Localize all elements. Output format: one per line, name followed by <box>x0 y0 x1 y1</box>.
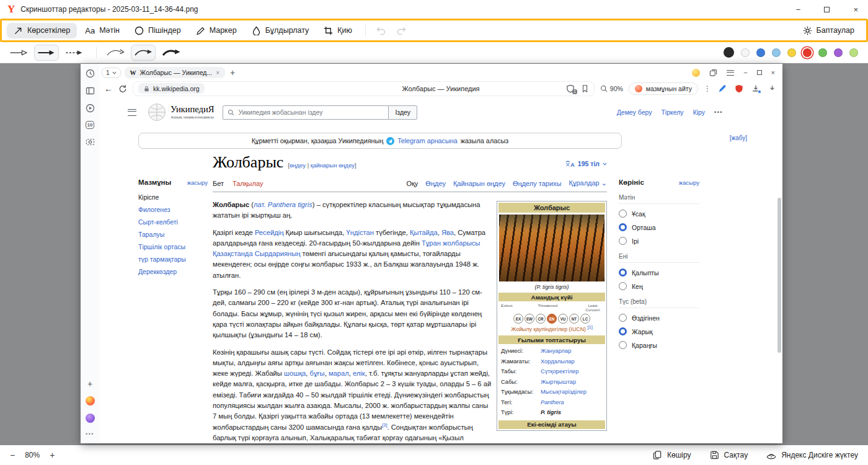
arrow-style-curve-bold[interactable] <box>159 45 184 61</box>
address-more-icon[interactable]: ⋮ <box>704 84 711 93</box>
color-swatch[interactable] <box>741 48 750 57</box>
arrow-style-curve-solid[interactable] <box>131 45 156 61</box>
toc-item[interactable]: түр тармақтары <box>138 255 208 263</box>
tab-read[interactable]: Оқу <box>406 180 418 187</box>
login-link[interactable]: Кіру <box>693 108 705 116</box>
arrow-style-straight-solid[interactable] <box>34 45 59 61</box>
radio-option[interactable]: Өздігінен <box>619 314 699 322</box>
toc-hide-link[interactable]: жасыру <box>187 179 208 186</box>
radio-option[interactable]: Қараңғы <box>619 341 699 349</box>
radio-option[interactable]: Ірі <box>619 237 699 245</box>
zoom-out-button[interactable]: − <box>10 450 15 460</box>
settings-button[interactable]: Баптаулар <box>796 23 862 38</box>
upload-to-disk-button[interactable]: Яндекс Дискіге жүктеу <box>766 451 858 460</box>
color-swatch[interactable] <box>787 48 796 57</box>
tool-marker[interactable]: Маркер <box>189 23 244 38</box>
toc-item[interactable]: Филогенез <box>138 206 208 213</box>
wiki-search-button[interactable]: Іздеу <box>388 105 417 120</box>
page-scrollbar[interactable] <box>777 198 781 353</box>
radio-option[interactable]: Қалыпты <box>619 268 699 277</box>
color-swatch[interactable] <box>724 47 734 58</box>
protect-shield-button[interactable]: 1 <box>566 84 575 93</box>
browser-menu-icon[interactable] <box>727 70 734 76</box>
appearance-hide-link[interactable]: жасыру <box>679 179 699 186</box>
telegram-channel-link[interactable]: Telegram арнасына <box>397 137 458 144</box>
alice-assistant-icon[interactable] <box>86 414 95 423</box>
radio-option[interactable]: Ұсақ <box>619 210 699 218</box>
bookmark-flag-icon[interactable] <box>581 84 589 93</box>
color-swatch[interactable] <box>849 48 858 57</box>
close-button[interactable]: × <box>853 5 858 14</box>
more-options-icon[interactable]: ••• <box>714 109 723 115</box>
tiger-photo[interactable] <box>499 215 604 281</box>
arrow-style-dashed[interactable] <box>62 45 87 61</box>
banner-close-link[interactable]: [жабу] <box>730 135 747 141</box>
rail-more-icon[interactable]: ••• <box>86 431 94 437</box>
radio-option[interactable]: Кең <box>619 282 699 290</box>
wiki-search-input[interactable]: Уикипедия жобасынан іздеу <box>223 105 389 120</box>
maximize-button[interactable] <box>824 5 830 14</box>
language-selector[interactable]: A 195 тіл <box>565 160 607 167</box>
toc-item[interactable]: Дереккөздер <box>138 268 208 275</box>
tab-stack-button[interactable]: 1 <box>102 68 121 78</box>
wikipedia-logo[interactable]: УикипедиЯ Ашық энциклопедиясы <box>148 103 214 122</box>
reference-link[interactable]: [1] <box>587 324 592 330</box>
history-icon[interactable] <box>86 69 95 78</box>
play-icon[interactable] <box>86 104 95 113</box>
tab-close-icon[interactable]: × <box>216 69 219 76</box>
tool-crop[interactable]: Қию <box>317 23 359 38</box>
donate-link[interactable]: Демеу беру <box>617 108 652 116</box>
reload-icon[interactable] <box>118 84 127 93</box>
add-panel-icon[interactable]: + <box>87 379 92 388</box>
tool-pointers[interactable]: Көрсеткілер <box>7 23 77 38</box>
tab-page[interactable]: Бет <box>213 180 224 187</box>
title-edit-links[interactable]: [өңдеу | қайнарын өңдеу] <box>288 162 356 169</box>
domain-pill[interactable]: kk.wikipedia.org <box>138 83 205 94</box>
status-link[interactable]: Жойылу қаупіндегілер (IUCN) <box>511 326 586 332</box>
tool-blur[interactable]: Бұлдырлату <box>245 23 316 38</box>
editor-canvas[interactable]: 10 + ••• 1 W Жолбарыс — Уикипед. <box>0 63 868 445</box>
read-aloud-button[interactable]: мазмұнын айту <box>629 82 698 95</box>
undo-button[interactable] <box>372 24 391 37</box>
side-panel-icon[interactable] <box>86 86 95 95</box>
toc-item[interactable]: Тіршілік ортасы <box>138 243 208 250</box>
save-button[interactable]: Сақтау <box>710 450 748 460</box>
arrow-style-straight-outline[interactable] <box>6 45 31 61</box>
tab-talk[interactable]: Талқылау <box>232 180 263 187</box>
tab-counter-badge[interactable]: 10 <box>86 121 95 129</box>
tab-edit[interactable]: Өңдеу <box>425 180 446 187</box>
tab-history[interactable]: Өңделу тарихы <box>513 180 561 187</box>
browser-minimize-button[interactable]: − <box>743 69 747 76</box>
zoom-indicator[interactable]: 90% <box>600 85 623 92</box>
radio-option[interactable]: Орташа <box>619 223 699 231</box>
panels-icon[interactable] <box>709 69 717 77</box>
screenshot-tool-icon[interactable] <box>86 137 95 146</box>
copy-button[interactable]: Көшіру <box>653 450 691 460</box>
tab-edit-source[interactable]: Қайнарын өңдеу <box>453 180 505 187</box>
register-link[interactable]: Тіркелу <box>661 108 683 116</box>
radio-option[interactable]: Жарық <box>619 327 699 335</box>
browser-close-button[interactable]: × <box>771 69 775 76</box>
tool-text[interactable]: Аа Мәтін <box>78 23 126 38</box>
color-swatch[interactable] <box>772 48 781 57</box>
yandex-music-icon[interactable] <box>86 396 95 405</box>
tool-shapes[interactable]: Пішіндер <box>128 23 188 38</box>
toc-item[interactable]: Кіріспе <box>138 193 208 201</box>
hamburger-menu-icon[interactable] <box>128 109 136 116</box>
adblock-shield-icon[interactable] <box>735 84 743 93</box>
browser-tab[interactable]: W Жолбарыс — Уикипед... × <box>125 67 225 78</box>
browser-update-icon[interactable] <box>692 69 700 77</box>
zoom-in-button[interactable]: + <box>50 450 55 460</box>
color-swatch[interactable] <box>818 48 827 57</box>
new-tab-button[interactable]: + <box>230 68 235 78</box>
download-arrow-icon[interactable] <box>768 84 776 92</box>
arrow-style-curve-thin[interactable] <box>103 45 128 61</box>
back-icon[interactable]: ← <box>104 84 113 94</box>
minimize-button[interactable]: − <box>796 5 801 14</box>
downloads-button[interactable] <box>751 84 760 93</box>
color-swatch[interactable] <box>803 48 812 57</box>
tools-menu[interactable]: Құралдар ⌄ <box>569 179 608 187</box>
browser-restore-button[interactable] <box>757 70 762 75</box>
pen-extension-icon[interactable] <box>718 84 727 93</box>
toc-item[interactable]: Сырт-келбеті <box>138 218 208 226</box>
